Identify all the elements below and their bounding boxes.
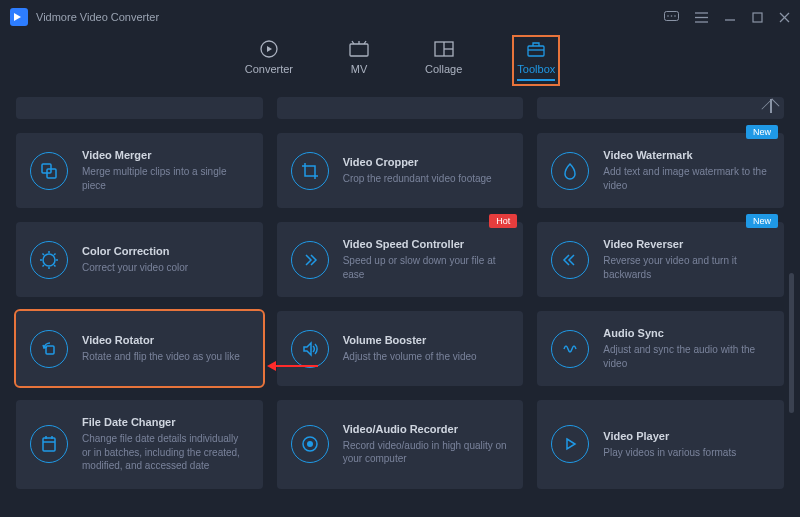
tool-video-speed-controller[interactable]: Hot Video Speed Controller Speed up or s…: [277, 222, 524, 297]
tool-title: Video/Audio Recorder: [343, 423, 510, 435]
partial-card[interactable]: [16, 97, 263, 119]
app-logo-icon: [10, 8, 28, 26]
new-badge: New: [746, 214, 778, 228]
tool-desc: Adjust and sync the audio with the video: [603, 343, 770, 370]
volume-icon: [291, 330, 329, 368]
player-icon: [551, 425, 589, 463]
feedback-icon[interactable]: [664, 11, 679, 23]
tool-title: Video Watermark: [603, 149, 770, 161]
tool-title: File Date Changer: [82, 416, 249, 428]
minimize-icon[interactable]: [724, 11, 736, 23]
tab-toolbox[interactable]: Toolbox: [517, 40, 555, 81]
tool-title: Video Reverser: [603, 238, 770, 250]
tab-label: Collage: [425, 63, 462, 75]
partial-card[interactable]: [277, 97, 524, 119]
tool-title: Color Correction: [82, 245, 188, 257]
svg-line-25: [43, 253, 45, 255]
merger-icon: [30, 152, 68, 190]
tool-video-audio-recorder[interactable]: Video/Audio Recorder Record video/audio …: [277, 400, 524, 489]
svg-point-2: [671, 15, 673, 17]
tool-video-reverser[interactable]: New Video Reverser Reverse your video an…: [537, 222, 784, 297]
watermark-icon: [551, 152, 589, 190]
main-tabs: Converter MV Collage Toolbox: [0, 34, 800, 97]
tool-desc: Play videos in various formats: [603, 446, 736, 460]
window-controls: [664, 11, 790, 23]
cropper-icon: [291, 152, 329, 190]
tool-title: Video Speed Controller: [343, 238, 510, 250]
speed-icon: [291, 241, 329, 279]
svg-rect-8: [753, 13, 762, 22]
tool-desc: Record video/audio in high quality on yo…: [343, 439, 510, 466]
close-icon[interactable]: [779, 12, 790, 23]
svg-line-28: [43, 265, 45, 267]
svg-point-35: [307, 441, 313, 447]
partial-row: [16, 97, 784, 119]
tool-color-correction[interactable]: Color Correction Correct your video colo…: [16, 222, 263, 297]
tab-converter[interactable]: Converter: [245, 40, 293, 81]
audio-sync-icon: [551, 330, 589, 368]
new-badge: New: [746, 125, 778, 139]
tool-volume-booster[interactable]: Volume Booster Adjust the volume of the …: [277, 311, 524, 386]
tab-collage[interactable]: Collage: [425, 40, 462, 81]
tool-title: Video Cropper: [343, 156, 492, 168]
tool-title: Video Rotator: [82, 334, 240, 346]
svg-rect-29: [46, 346, 54, 354]
recorder-icon: [291, 425, 329, 463]
svg-rect-30: [43, 438, 55, 451]
tool-title: Video Merger: [82, 149, 249, 161]
rotator-icon: [30, 330, 68, 368]
svg-point-1: [667, 15, 669, 17]
mv-icon: [348, 40, 370, 58]
menu-icon[interactable]: [695, 12, 708, 23]
svg-line-26: [54, 265, 56, 267]
tool-desc: Add text and image watermark to the vide…: [603, 165, 770, 192]
svg-point-3: [674, 15, 676, 17]
scrollbar-thumb[interactable]: [789, 273, 794, 413]
tool-desc: Rotate and flip the video as you like: [82, 350, 240, 364]
tool-title: Audio Sync: [603, 327, 770, 339]
maximize-icon[interactable]: [752, 12, 763, 23]
tool-title: Video Player: [603, 430, 736, 442]
tool-desc: Adjust the volume of the video: [343, 350, 477, 364]
tool-video-cropper[interactable]: Video Cropper Crop the redundant video f…: [277, 133, 524, 208]
scroll-to-top[interactable]: [537, 97, 784, 119]
tab-mv[interactable]: MV: [348, 40, 370, 81]
tool-video-watermark[interactable]: New Video Watermark Add text and image w…: [537, 133, 784, 208]
tab-label: Toolbox: [517, 63, 555, 75]
tool-video-merger[interactable]: Video Merger Merge multiple clips into a…: [16, 133, 263, 208]
collage-icon: [433, 40, 455, 58]
color-icon: [30, 241, 68, 279]
app-title: Vidmore Video Converter: [36, 11, 159, 23]
titlebar: Vidmore Video Converter: [0, 0, 800, 34]
tool-desc: Speed up or slow down your file at ease: [343, 254, 510, 281]
tab-label: MV: [351, 63, 368, 75]
tool-audio-sync[interactable]: Audio Sync Adjust and sync the audio wit…: [537, 311, 784, 386]
file-date-icon: [30, 425, 68, 463]
reverser-icon: [551, 241, 589, 279]
tool-desc: Merge multiple clips into a single piece: [82, 165, 249, 192]
tools-grid: Video Merger Merge multiple clips into a…: [16, 133, 784, 489]
svg-rect-12: [350, 44, 368, 56]
tool-file-date-changer[interactable]: File Date Changer Change file date detai…: [16, 400, 263, 489]
tool-desc: Change file date details individually or…: [82, 432, 249, 473]
svg-rect-16: [528, 46, 544, 56]
svg-point-20: [43, 254, 55, 266]
tool-title: Volume Booster: [343, 334, 477, 346]
hot-badge: Hot: [489, 214, 517, 228]
converter-icon: [258, 40, 280, 58]
tab-label: Converter: [245, 63, 293, 75]
content-area: Video Merger Merge multiple clips into a…: [0, 97, 800, 517]
tool-desc: Correct your video color: [82, 261, 188, 275]
tool-desc: Crop the redundant video footage: [343, 172, 492, 186]
tool-desc: Reverse your video and turn it backwards: [603, 254, 770, 281]
toolbox-icon: [525, 40, 547, 58]
tool-video-rotator[interactable]: Video Rotator Rotate and flip the video …: [16, 311, 263, 386]
svg-line-27: [54, 253, 56, 255]
tool-video-player[interactable]: Video Player Play videos in various form…: [537, 400, 784, 489]
